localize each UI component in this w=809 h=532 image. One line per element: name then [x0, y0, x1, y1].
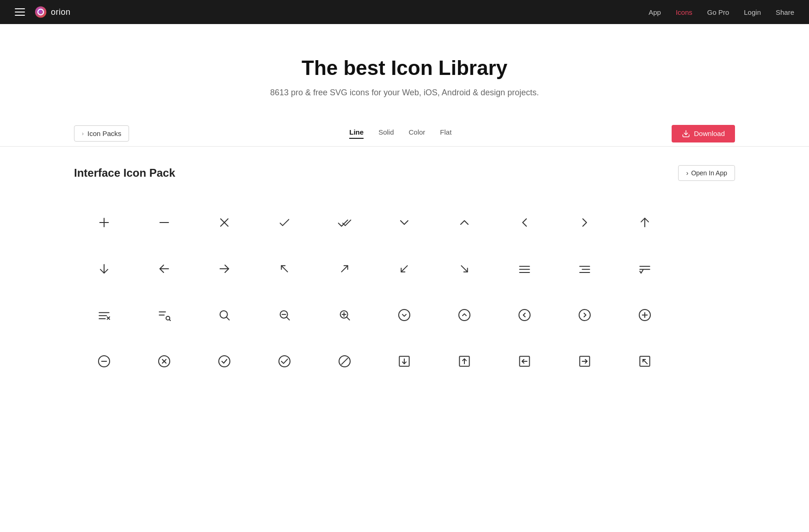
logo-text: orion: [51, 7, 71, 17]
icon-double-check[interactable]: [315, 199, 375, 246]
icon-chevron-up[interactable]: [434, 199, 494, 246]
svg-point-44: [519, 309, 530, 321]
icon-arrow-sw[interactable]: [375, 246, 435, 292]
icon-grid-row1: [74, 199, 735, 246]
navbar: orion App Icons Go Pro Login Share: [0, 0, 809, 24]
icon-square-arrow-up[interactable]: [434, 338, 494, 384]
tab-color[interactable]: Color: [408, 128, 425, 139]
pack-header: Interface Icon Pack › Open In App: [74, 165, 735, 181]
icon-menu[interactable]: [494, 246, 555, 292]
icon-circle-chevron-right[interactable]: [555, 292, 615, 338]
icon-search-minus[interactable]: [254, 292, 315, 338]
chevron-right-icon: ›: [82, 130, 84, 137]
icon-arrow-down[interactable]: [74, 246, 134, 292]
toolbar: › Icon Packs Line Solid Color Flat Downl…: [0, 121, 809, 147]
icon-close[interactable]: [194, 199, 254, 246]
icon-square-arrow-down[interactable]: [375, 338, 435, 384]
icon-chevron-down[interactable]: [375, 199, 435, 246]
icon-empty-r4c11: [675, 338, 735, 384]
icon-grid-row3: [74, 292, 735, 338]
icon-packs-button[interactable]: › Icon Packs: [74, 125, 129, 142]
nav-links: App Icons Go Pro Login Share: [648, 8, 794, 16]
icon-menu-indent[interactable]: [555, 246, 615, 292]
pack-title: Interface Icon Pack: [74, 167, 175, 179]
icon-menu-search[interactable]: [134, 292, 194, 338]
icon-menu-remove[interactable]: [74, 292, 134, 338]
svg-point-45: [579, 309, 590, 321]
tab-flat[interactable]: Flat: [440, 128, 451, 139]
icon-circle-chevron-up[interactable]: [434, 292, 494, 338]
icon-check[interactable]: [254, 199, 315, 246]
icon-grid-row4: [74, 338, 735, 384]
svg-line-34: [226, 317, 229, 320]
svg-line-13: [341, 266, 347, 272]
svg-line-15: [462, 266, 468, 272]
pack-section: Interface Icon Pack › Open In App: [0, 147, 809, 394]
icon-circle-chevron-left[interactable]: [494, 292, 555, 338]
icon-square-arrow-upleft[interactable]: [615, 338, 675, 384]
logo-icon: [34, 6, 47, 19]
menu-button[interactable]: [15, 8, 25, 16]
icon-chevron-right[interactable]: [555, 199, 615, 246]
svg-point-55: [279, 356, 290, 367]
hamburger-icon: [15, 8, 25, 16]
hero-section: The best Icon Library 8613 pro & free SV…: [0, 24, 809, 121]
icon-circle-check[interactable]: [194, 338, 254, 384]
svg-line-14: [401, 266, 408, 272]
svg-line-39: [346, 317, 349, 320]
open-app-button[interactable]: › Open In App: [678, 165, 735, 181]
open-app-label: Open In App: [691, 169, 727, 177]
icon-arrow-left[interactable]: [134, 246, 194, 292]
icon-plus[interactable]: [74, 199, 134, 246]
svg-point-43: [459, 309, 470, 321]
svg-point-0: [35, 6, 47, 18]
open-app-chevron-icon: ›: [686, 169, 688, 177]
svg-line-57: [341, 358, 347, 364]
icon-circle-close[interactable]: [134, 338, 194, 384]
icon-arrow-right[interactable]: [194, 246, 254, 292]
svg-point-54: [219, 356, 230, 367]
icon-arrow-nw[interactable]: [254, 246, 315, 292]
icon-minus[interactable]: [134, 199, 194, 246]
icon-search-plus[interactable]: [315, 292, 375, 338]
svg-line-67: [643, 359, 647, 364]
logo[interactable]: orion: [34, 6, 71, 19]
icon-circle-plus[interactable]: [615, 292, 675, 338]
download-label: Download: [694, 130, 725, 137]
icon-arrow-ne[interactable]: [315, 246, 375, 292]
icon-chevron-left[interactable]: [494, 199, 555, 246]
icon-arrow-se[interactable]: [434, 246, 494, 292]
icon-square-arrow-right[interactable]: [555, 338, 615, 384]
icon-arrow-up[interactable]: [615, 199, 675, 246]
icon-packs-label: Icon Packs: [87, 130, 121, 137]
icon-circle-chevron-down[interactable]: [375, 292, 435, 338]
icon-empty-r3c11: [675, 292, 735, 338]
nav-gopro[interactable]: Go Pro: [707, 8, 729, 16]
nav-login[interactable]: Login: [744, 8, 761, 16]
tab-line[interactable]: Line: [349, 128, 364, 139]
nav-share[interactable]: Share: [776, 8, 794, 16]
icon-grid-row2: [74, 246, 735, 292]
style-tabs: Line Solid Color Flat: [148, 128, 653, 139]
nav-app[interactable]: App: [648, 8, 661, 16]
icon-circle-slash[interactable]: [315, 338, 375, 384]
icon-circle-minus[interactable]: [74, 338, 134, 384]
icon-menu-check[interactable]: [615, 246, 675, 292]
icon-empty-r2c11: [675, 246, 735, 292]
tab-solid[interactable]: Solid: [378, 128, 394, 139]
icon-empty-r1c11: [675, 199, 735, 246]
icon-circle-check2[interactable]: [254, 338, 315, 384]
svg-line-36: [286, 317, 289, 320]
icon-square-arrow-left[interactable]: [494, 338, 555, 384]
nav-icons[interactable]: Icons: [676, 8, 692, 16]
hero-title: The best Icon Library: [9, 56, 800, 80]
svg-point-42: [399, 309, 410, 321]
download-icon: [682, 130, 690, 138]
download-button[interactable]: Download: [672, 125, 735, 142]
icon-search[interactable]: [194, 292, 254, 338]
svg-line-32: [169, 320, 170, 321]
hero-subtitle: 8613 pro & free SVG icons for your Web, …: [9, 88, 800, 98]
svg-line-12: [281, 266, 287, 272]
